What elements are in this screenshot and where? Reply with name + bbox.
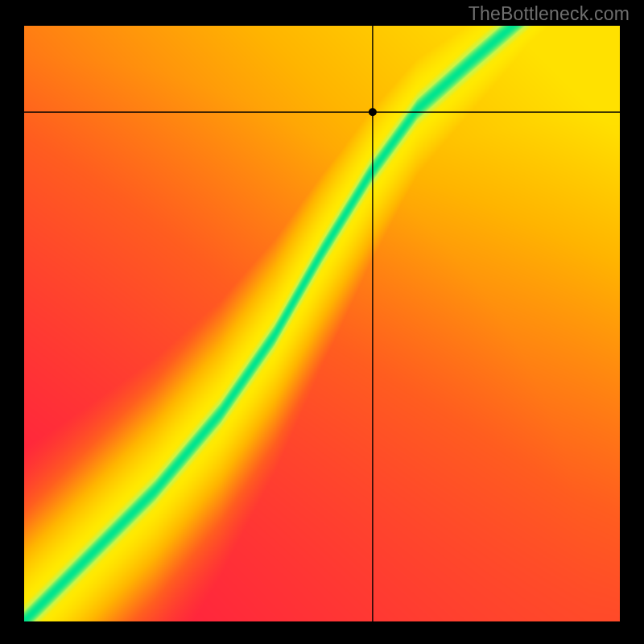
bottleneck-heatmap	[0, 0, 644, 644]
watermark-label: TheBottleneck.com	[469, 3, 630, 25]
chart-container: TheBottleneck.com	[0, 0, 644, 644]
